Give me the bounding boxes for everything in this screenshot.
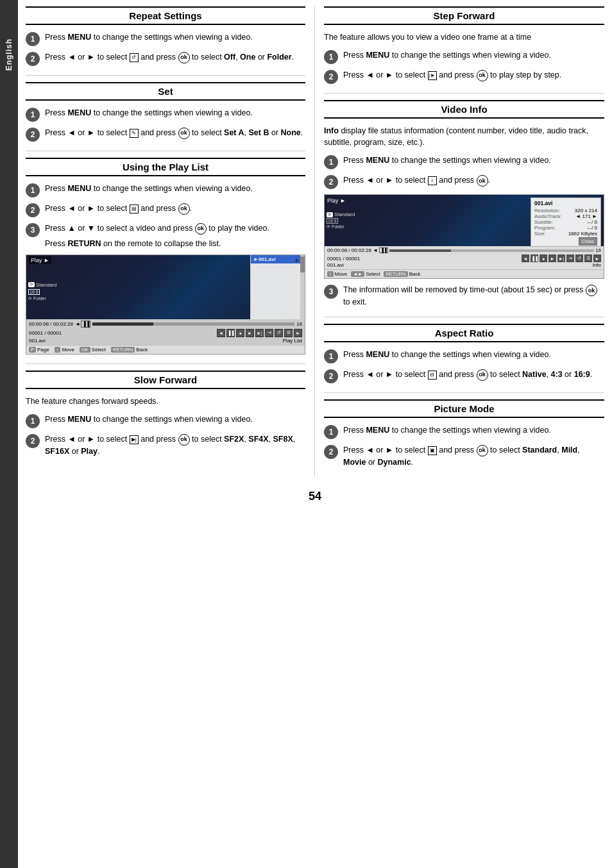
section-title-aspect-ratio: Aspect Ratio <box>324 324 604 342</box>
vi-pause[interactable]: ▐▐ <box>531 255 538 262</box>
page-wrapper: English Repeat Settings 1 Press MENU to … <box>0 0 612 868</box>
nav-page: P Page <box>29 347 49 353</box>
step-row: 3 The information will be removed by tim… <box>324 284 604 308</box>
section-picture-mode: Picture Mode 1 Press MENU to change the … <box>324 399 604 468</box>
play-label: Play ► <box>29 256 51 264</box>
ok-icon: ok <box>178 434 190 446</box>
section-set: Set 1 Press MENU to change the settings … <box>26 82 305 142</box>
vi-time: 00:00:08 / 00:02:28 <box>327 247 371 253</box>
info-icon: i <box>428 176 437 185</box>
ok-icon: ok <box>195 223 207 235</box>
step-text: Press MENU to change the settings when v… <box>343 49 604 61</box>
play-btn[interactable]: ► <box>246 329 254 337</box>
vi-rotate[interactable]: ↺ <box>575 255 583 262</box>
menu-btn[interactable]: ☰ <box>284 329 293 337</box>
step-number-2: 2 <box>26 203 40 217</box>
step-text: Press ◄ or ► to select i and press ok. <box>343 174 604 187</box>
vi-stop[interactable]: ● <box>540 255 547 262</box>
ok-icon: ok <box>477 175 488 187</box>
step-number-1: 1 <box>324 349 338 363</box>
set-icon: ✎ <box>130 129 139 138</box>
ff-btn[interactable]: ⇥ <box>265 329 273 337</box>
aspect-icon: ⊟ <box>428 371 437 380</box>
language-label: English <box>4 38 13 71</box>
section-slow-forward: Slow Forward The feature changes forward… <box>26 371 305 457</box>
next-btn[interactable]: ►| <box>255 329 264 337</box>
ok-icon: ok <box>477 70 488 81</box>
vi-nav-move: ↕ Move <box>327 271 347 277</box>
vi-return-key: RETURN <box>384 271 407 277</box>
step-number-1: 1 <box>26 32 40 46</box>
vi-nav-back: RETURN Back <box>384 271 420 277</box>
player-overlay: Play ► ►001.avi ▲ <box>26 255 305 319</box>
move-label: Move <box>62 347 74 353</box>
step-number-2: 2 <box>26 128 40 142</box>
vi-ratio-label: 16:9 <box>327 218 355 224</box>
vi-select-key: ◄► <box>351 271 364 277</box>
page-key: P <box>29 347 36 353</box>
divider <box>26 363 305 364</box>
vi-progress-bar <box>389 249 594 252</box>
step-row: 1 Press MENU to change the settings when… <box>26 107 305 122</box>
vi-prev[interactable]: ◄ <box>522 255 529 262</box>
section-title-video-info: Video Info <box>324 100 604 119</box>
step-number-1: 1 <box>324 155 338 169</box>
section-title-set: Set <box>26 82 305 101</box>
folder-label: ⟳ Folder <box>28 296 56 301</box>
rotate-btn[interactable]: ↺ <box>275 329 283 337</box>
vi-play-label: Play ► <box>327 197 346 204</box>
section-title-picture-mode: Picture Mode <box>324 399 604 418</box>
vi-fwd[interactable]: ► <box>593 255 601 262</box>
vi-menu[interactable]: ☰ <box>584 255 592 262</box>
vi-play[interactable]: ► <box>548 255 556 262</box>
vi-standard-label: ⟳ Standard <box>327 212 355 217</box>
step-row: 1 Press MENU to change the settings when… <box>324 424 604 439</box>
track-end: 16 <box>296 321 302 327</box>
player-screen: Play ► ►001.avi ▲ <box>26 255 305 319</box>
step-number-2: 2 <box>324 445 338 459</box>
step-row: 1 Press MENU to change the settings when… <box>324 49 604 64</box>
ok-icon: ok <box>178 128 190 139</box>
vi-nav-select: ◄► Select <box>351 271 380 277</box>
right-column: Step Forward The feature allows you to v… <box>315 6 604 477</box>
vi-close-btn[interactable]: Close <box>579 237 597 246</box>
step-number-3: 3 <box>324 285 338 299</box>
stop-btn[interactable]: ● <box>236 329 244 337</box>
ok-icon: ok <box>178 52 190 63</box>
vi-move-label: Move <box>335 271 348 277</box>
repeat-icon: ↺ <box>130 53 139 62</box>
section-title-step-forward: Step Forward <box>324 6 604 25</box>
step-row: 2 Press ◄ or ► to select |► and press ok… <box>324 69 604 84</box>
play-list-label: Play List <box>283 338 302 344</box>
vi-progress-row: 00:00:08 / 00:02:28 ◄ ▐▐ 16 <box>327 247 601 253</box>
side-tab: English <box>0 0 18 868</box>
step-text: Press MENU to change the settings when v… <box>343 424 604 436</box>
step-text: Press ◄ or ► to select ▤ and press ok. <box>45 203 305 215</box>
vi-move-key: ↕ <box>327 271 334 277</box>
divider <box>26 75 305 76</box>
step-number-1: 1 <box>26 183 40 197</box>
step-row: 2 Press ◄ or ► to select i and press ok. <box>324 174 604 189</box>
section-aspect-ratio: Aspect Ratio 1 Press MENU to change the … <box>324 324 604 383</box>
step-row: 1 Press MENU to change the settings when… <box>26 413 305 428</box>
step-row: 2 Press ◄ or ► to select ▣ and press ok … <box>324 444 604 468</box>
vi-bottom-nav: ↕ Move ◄► Select RETURN Back <box>325 269 604 278</box>
vi-ff[interactable]: ⇥ <box>566 255 574 262</box>
video-info-player-mockup: Play ► 001.avi Resolution:320 x 214 Audi… <box>324 194 604 279</box>
vi-next[interactable]: ►| <box>557 255 565 262</box>
ok-icon: ok <box>477 445 488 456</box>
vi-control-row: 00001 / 00001 ◄ ▐▐ ● ► ►| ⇥ ↺ ☰ <box>327 255 601 262</box>
vi-track-end: 16 <box>595 247 601 253</box>
vi-progress-fill <box>389 249 451 252</box>
step-text: Press MENU to change the settings when v… <box>45 183 305 194</box>
bottom-nav: P Page ↕ Move OK Select <box>26 345 305 354</box>
time-display: 00:00:08 / 00:02:28 <box>29 321 73 327</box>
step-row: 1 Press MENU to change the settings when… <box>324 349 604 363</box>
fwd-btn[interactable]: ► <box>294 329 302 337</box>
standard-label: ⟳ Standard <box>28 282 56 288</box>
nav-select: OK Select <box>80 347 106 353</box>
pause-btn[interactable]: ▐▐ <box>226 329 235 337</box>
step-row: 2 Press ◄ or ► to select ✎ and press ok … <box>26 127 305 142</box>
progress-bar <box>92 322 294 326</box>
prev-btn[interactable]: ◄ <box>217 329 225 337</box>
